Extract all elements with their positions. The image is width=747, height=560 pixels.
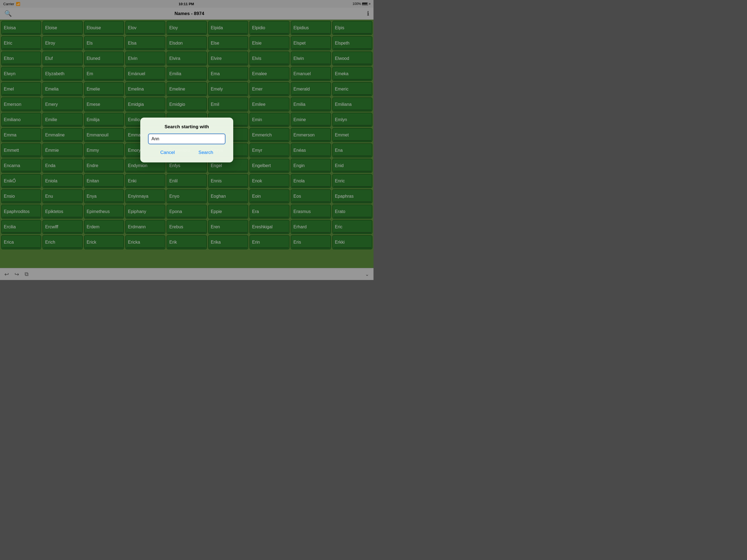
modal-title: Search starting with (149, 124, 225, 130)
search-modal: Search starting with Cancel Search (140, 118, 233, 162)
modal-overlay: Search starting with Cancel Search (0, 0, 374, 280)
search-button[interactable]: Search (192, 148, 220, 157)
modal-buttons: Cancel Search (149, 148, 225, 157)
search-input[interactable] (149, 134, 225, 144)
cancel-button[interactable]: Cancel (154, 148, 181, 157)
